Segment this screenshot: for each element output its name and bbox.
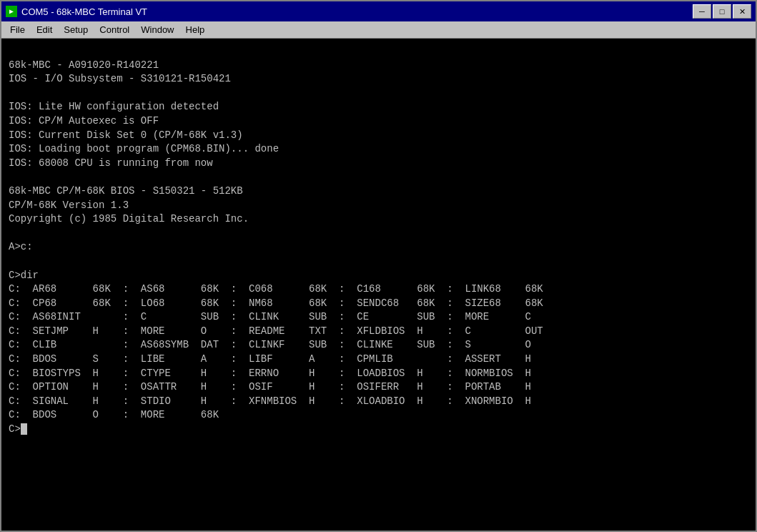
menu-bar: FileEditSetupControlWindowHelp [1, 21, 756, 39]
terminal-cursor [21, 423, 27, 435]
window-controls: ─ □ ✕ [693, 4, 751, 19]
minimize-button[interactable]: ─ [693, 4, 711, 19]
window-title: COM5 - 68k-MBC Terminal VT [21, 6, 693, 17]
menu-item-control[interactable]: Control [94, 23, 135, 36]
close-button[interactable]: ✕ [733, 4, 751, 19]
menu-item-edit[interactable]: Edit [31, 23, 58, 36]
menu-item-file[interactable]: File [4, 23, 31, 36]
window-icon: ▶ [6, 6, 17, 17]
terminal-output[interactable]: 68k-MBC - A091020-R140221 IOS - I/O Subs… [1, 39, 756, 531]
menu-item-help[interactable]: Help [180, 23, 211, 36]
menu-item-setup[interactable]: Setup [58, 23, 94, 36]
main-window: ▶ COM5 - 68k-MBC Terminal VT ─ □ ✕ FileE… [0, 0, 757, 532]
title-bar: ▶ COM5 - 68k-MBC Terminal VT ─ □ ✕ [1, 1, 756, 21]
menu-item-window[interactable]: Window [135, 23, 179, 36]
maximize-button[interactable]: □ [713, 4, 731, 19]
